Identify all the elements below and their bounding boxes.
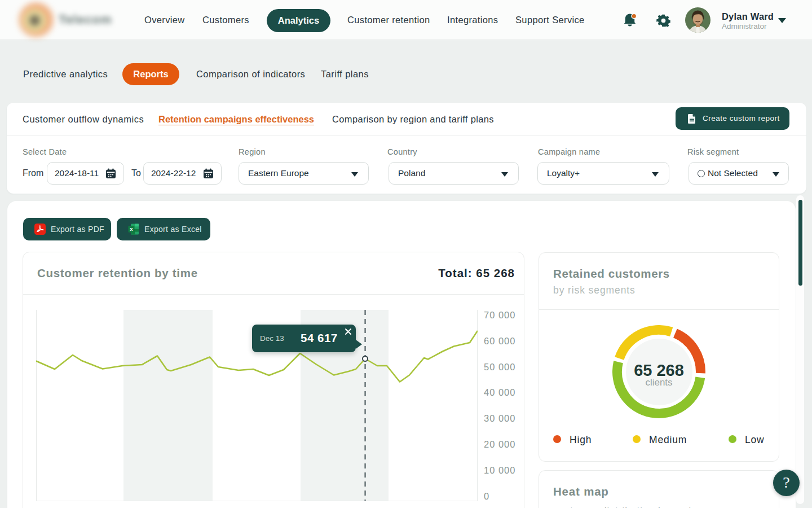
svg-text:x: x <box>130 226 133 232</box>
